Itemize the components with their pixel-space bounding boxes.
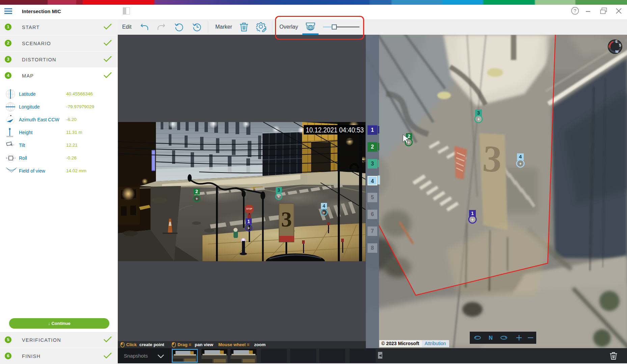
svg-text:N: N xyxy=(608,45,610,49)
svg-text:S: S xyxy=(619,43,621,47)
svg-text:+: + xyxy=(471,217,474,222)
svg-text:4: 4 xyxy=(519,154,522,159)
svg-text:3: 3 xyxy=(277,187,280,193)
svg-text:N: N xyxy=(489,335,493,341)
svg-text:+: + xyxy=(323,210,325,215)
svg-text:2: 2 xyxy=(195,189,198,194)
svg-text:2: 2 xyxy=(408,133,410,139)
svg-text:+: + xyxy=(247,226,250,231)
svg-text:3: 3 xyxy=(477,110,480,116)
svg-text:1: 1 xyxy=(247,219,250,224)
svg-text:W: W xyxy=(615,50,619,54)
svg-text:3: 3 xyxy=(281,207,292,231)
svg-text:?: ? xyxy=(574,8,576,13)
svg-text:E: E xyxy=(616,40,618,43)
svg-text:+: + xyxy=(519,161,522,166)
svg-text:+: + xyxy=(277,194,280,199)
svg-text:+: + xyxy=(195,196,198,201)
svg-text:+: + xyxy=(477,117,480,122)
svg-text:STOP: STOP xyxy=(246,208,252,210)
svg-text:4: 4 xyxy=(323,203,325,209)
svg-text:10.12.2021 04:40:53: 10.12.2021 04:40:53 xyxy=(306,126,364,134)
svg-text:1: 1 xyxy=(471,210,474,216)
